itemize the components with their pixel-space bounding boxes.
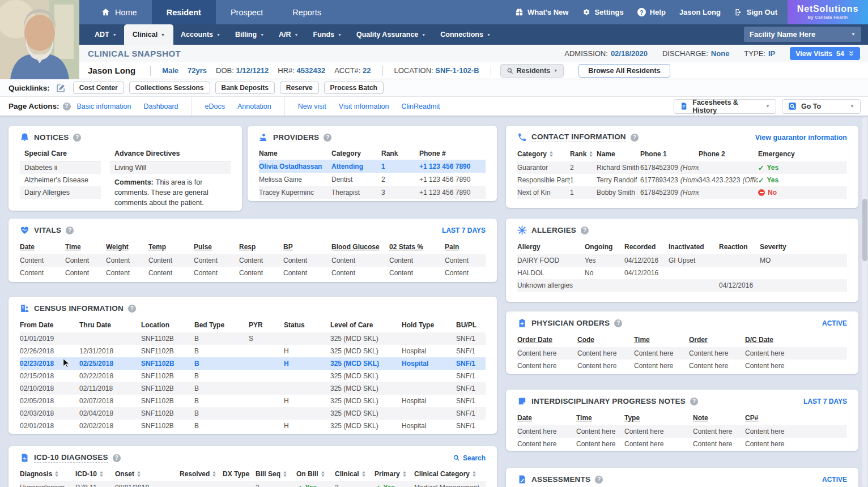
table-cell: SNF1102B (141, 385, 194, 392)
tab-quality-assurance[interactable]: Quality Assurance▼ (349, 24, 433, 45)
table-cell: B (194, 422, 249, 430)
table-row[interactable]: Unknown allergies04/12/2016 (517, 279, 847, 292)
search-link[interactable]: Search (453, 454, 486, 462)
column-header[interactable]: Clinical Category (414, 470, 486, 478)
column-header[interactable]: Resolved (180, 470, 223, 478)
help-icon[interactable]: ? (113, 454, 121, 462)
view-guarantor-link[interactable]: View guarantor information (755, 134, 847, 142)
residents-dropdown[interactable]: Residents ▼ (500, 64, 564, 78)
table-header-row: NameCategoryRankPhone # (259, 147, 486, 160)
facesheets-history-dropdown[interactable]: Facesheets & History ▼ (674, 99, 776, 114)
tab-accounts[interactable]: Accounts▼ (173, 24, 228, 45)
column-header[interactable]: Category (517, 150, 570, 158)
browse-all-residents-button[interactable]: Browse All Residents (578, 64, 670, 78)
table-row[interactable]: Content hereContent hereContent hereCont… (517, 438, 847, 450)
table-row[interactable]: HypersplenismD78.1108/01/20192✓Yes2✓YesM… (20, 481, 486, 487)
table-row[interactable]: 02/10/201802/11/2018SNF1102BB325 (MCD SK… (20, 382, 486, 395)
sign-out-button[interactable]: Sign Out (734, 8, 777, 16)
table-row[interactable]: 02/15/201802/22/2018SNF1102BB325 (MCD SK… (20, 370, 486, 382)
quicklink-collections-sessions[interactable]: Collections Sessions (129, 82, 210, 94)
table-row[interactable]: Next of Kin1Bobby Smith6178452309(Home)N… (517, 186, 847, 199)
action-basic-information[interactable]: Basic information (77, 102, 131, 110)
help-icon[interactable]: ? (690, 398, 698, 405)
column-header[interactable]: Bill Seq (256, 470, 296, 478)
action-visit-information[interactable]: Visit information (339, 102, 389, 110)
settings-button[interactable]: Settings (582, 8, 623, 16)
table-row[interactable]: Melissa GaineDentist2+1 123 456 7890 (259, 173, 486, 186)
table-cell: 6178452309(Home) (640, 164, 699, 172)
help-icon[interactable]: ? (73, 134, 81, 142)
table-cell: SNF1102B (141, 397, 194, 405)
table-row[interactable]: 02/01/201802/02/2018SNF1102BBH325 (MCD S… (20, 420, 486, 432)
active-link[interactable]: ACTIVE (822, 476, 847, 484)
tab-adt[interactable]: ADT▼ (87, 24, 124, 45)
help-icon[interactable]: ? (63, 102, 71, 110)
quicklink-bank-deposits[interactable]: Bank Deposits (215, 82, 275, 94)
table-cell: 325 (MCD SKL) (330, 385, 402, 392)
nav-reports[interactable]: Reports (278, 0, 336, 24)
user-menu[interactable]: Jason Long (679, 8, 721, 16)
help-button[interactable]: ? Help (637, 8, 666, 16)
action-new-visit[interactable]: New visit (298, 102, 326, 110)
tab-ar[interactable]: A/R▼ (271, 24, 305, 45)
table-row[interactable]: ContentContentContentContentContentConte… (20, 267, 486, 279)
last-7-days-link[interactable]: LAST 7 DAYS (803, 398, 847, 405)
column-header[interactable]: Onset (115, 470, 180, 478)
table-row[interactable]: 02/05/201802/07/2018SNF1102BBH325 (MCD S… (20, 395, 486, 407)
table-row[interactable]: Content hereContent hereContent hereCont… (517, 360, 847, 372)
patient-location: LOCATION: SNF-1-102-B (394, 66, 479, 75)
table-row[interactable]: Tracey KupermincTherapist3+1 123 456 789… (259, 186, 486, 199)
action-dashboard[interactable]: Dashboard (143, 102, 178, 110)
column-header: Order Date (517, 336, 577, 344)
facility-dropdown[interactable]: Facility Name Here ▼ (744, 27, 861, 42)
table-row[interactable]: 02/26/201812/31/2018SNF1102BBH325 (MCD S… (20, 345, 486, 357)
help-icon[interactable]: ? (66, 227, 74, 234)
table-row[interactable]: DAIRY FOODYes04/12/2016GI UpsetMO (517, 254, 847, 267)
tab-billing[interactable]: Billing▼ (228, 24, 271, 45)
page-scrollbar-track[interactable] (862, 117, 867, 487)
table-row[interactable]: Guarantor2Richard Smith6178452309(Home)✓… (517, 161, 847, 174)
goto-label: Go To (801, 102, 821, 110)
table-row[interactable]: 01/01/2019SNF1102BBS325 (MCD SKL)SNF/1 (20, 332, 486, 345)
goto-dropdown[interactable]: Go To ▼ (782, 99, 861, 114)
quicklink-process-batch[interactable]: Process Batch (324, 82, 384, 94)
action-edocs[interactable]: eDocs (205, 102, 225, 110)
action-annotation[interactable]: Annotation (237, 102, 271, 110)
help-icon[interactable]: ? (324, 134, 331, 142)
quicklink-reserve[interactable]: Reserve (280, 82, 319, 94)
action-clinreadmit[interactable]: ClinReadmit (402, 102, 440, 110)
nav-prospect[interactable]: Prospect (216, 0, 278, 24)
column-header[interactable]: Diagnosis (20, 470, 75, 478)
active-link[interactable]: ACTIVE (822, 319, 847, 327)
table-row[interactable]: Olivia OstadhassanAttending1+1 123 456 7… (259, 160, 486, 173)
tab-connections[interactable]: Connections▼ (433, 24, 498, 45)
page-scrollbar-thumb[interactable] (862, 199, 867, 261)
table-row[interactable]: 02/23/201802/25/2018SNF1102BBH325 (MCD S… (20, 357, 486, 370)
table-cell: Content (106, 257, 148, 264)
column-header[interactable]: Clinical (335, 470, 375, 478)
help-icon[interactable]: ? (128, 305, 136, 313)
table-row[interactable]: Content hereContent hereContent hereCont… (517, 347, 847, 360)
edit-icon[interactable] (56, 83, 66, 93)
table-row[interactable]: Responsible Party1Terry Randolf617789342… (517, 174, 847, 186)
table-row[interactable]: HALDOLNo04/12/2016 (517, 267, 847, 279)
column-header[interactable]: On Bill (296, 470, 335, 478)
column-header[interactable]: Rank (570, 150, 597, 158)
column-header[interactable]: ICD-10 (75, 470, 115, 478)
last-7-days-link[interactable]: LAST 7 DAYS (442, 227, 486, 234)
help-icon[interactable]: ? (631, 134, 639, 142)
help-icon[interactable]: ? (595, 476, 603, 484)
nav-home[interactable]: Home (86, 0, 152, 24)
tab-funds[interactable]: Funds▼ (306, 24, 349, 45)
quicklink-cost-center[interactable]: Cost Center (73, 82, 124, 94)
tab-clinical[interactable]: Clinical▼ (124, 24, 173, 45)
table-row[interactable]: Content hereContent hereContent hereCont… (517, 425, 847, 438)
table-row[interactable]: ContentContentContentContentContentConte… (20, 254, 486, 267)
view-visits-button[interactable]: View Visits 54 (790, 47, 860, 60)
whats-new-button[interactable]: What's New (515, 8, 568, 16)
nav-resident[interactable]: Resident (152, 0, 216, 24)
help-icon[interactable]: ? (581, 227, 589, 234)
help-icon[interactable]: ? (614, 319, 622, 327)
table-row[interactable]: 02/03/201802/04/2018SNF1102BB325 (MCD SK… (20, 407, 486, 420)
column-header[interactable]: Primary (375, 470, 414, 478)
